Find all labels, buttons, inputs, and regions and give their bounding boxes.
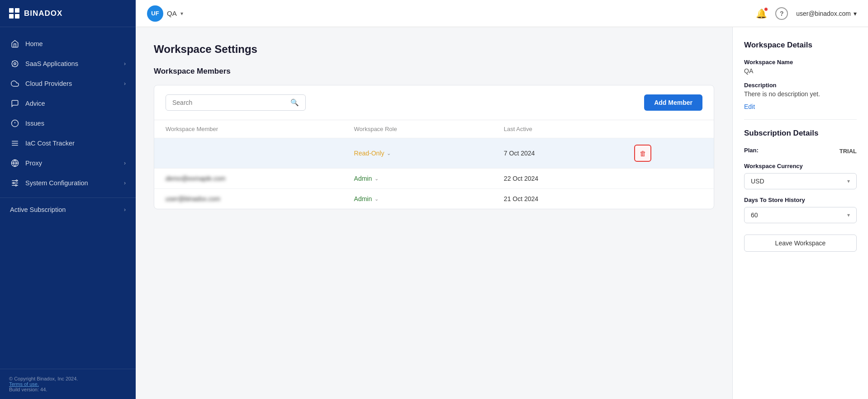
workspace-details-title: Workspace Details bbox=[744, 41, 857, 50]
members-section-title: Workspace Members bbox=[154, 67, 714, 76]
topbar-right: 🔔 ? user@binadox.com ▾ bbox=[756, 7, 857, 20]
col-role: Workspace Role bbox=[343, 120, 493, 138]
member-role[interactable]: Admin⌄ bbox=[343, 189, 493, 209]
workspace-name-value: QA bbox=[744, 67, 857, 75]
svg-point-13 bbox=[16, 180, 17, 181]
role-chevron-icon: ⌄ bbox=[375, 196, 379, 202]
sidebar-item-proxy-label: Proxy bbox=[25, 160, 42, 167]
role-badge-readonly: Read-Only bbox=[354, 150, 384, 157]
history-dropdown[interactable]: 60 ▾ bbox=[744, 207, 857, 223]
member-role[interactable]: Admin⌄ bbox=[343, 169, 493, 189]
right-panel: Workspace Details Workspace Name QA Desc… bbox=[732, 27, 868, 399]
sidebar-item-saas[interactable]: SaaS Applications › bbox=[0, 54, 136, 74]
help-button[interactable]: ? bbox=[775, 7, 788, 20]
history-value: 60 bbox=[751, 211, 758, 219]
member-last-active: 21 Oct 2024 bbox=[493, 189, 623, 209]
currency-dropdown[interactable]: USD ▾ bbox=[744, 173, 857, 189]
members-card: 🔍 Add Member Workspace Member Workspace … bbox=[154, 85, 714, 209]
sidebar: BINADOX Home SaaS Applications › bbox=[0, 0, 136, 399]
add-member-button[interactable]: Add Member bbox=[644, 94, 702, 111]
svg-point-15 bbox=[15, 185, 17, 186]
plan-row: Plan: TRIAL bbox=[744, 147, 857, 155]
workspace-selector[interactable]: UF QA ▾ bbox=[147, 5, 183, 22]
members-tbody: Read-Only⌄7 Oct 2024🗑demo@exmaple.comAdm… bbox=[154, 138, 714, 209]
sidebar-item-iac[interactable]: IaC Cost Tracker bbox=[0, 133, 136, 153]
role-chevron-icon: ⌄ bbox=[375, 176, 379, 182]
table-row: demo@exmaple.comAdmin⌄22 Oct 2024 bbox=[154, 169, 714, 189]
member-role[interactable]: Read-Only⌄ bbox=[343, 138, 493, 169]
user-email: user@binadox.com bbox=[796, 10, 851, 17]
issues-icon bbox=[10, 119, 20, 127]
delete-member-button[interactable]: 🗑 bbox=[634, 145, 651, 162]
role-chevron-icon: ⌄ bbox=[387, 150, 391, 156]
currency-title: Workspace Currency bbox=[744, 163, 857, 169]
topbar: UF QA ▾ 🔔 ? user@binadox.com ▾ bbox=[136, 0, 868, 27]
sidebar-item-sysconfig-label: System Configuration bbox=[25, 179, 88, 187]
subscription-details-title: Subscription Details bbox=[744, 129, 857, 138]
currency-value: USD bbox=[751, 178, 764, 185]
build-version: Build version: 44. bbox=[9, 387, 127, 392]
col-member: Workspace Member bbox=[154, 120, 343, 138]
table-header-row: Workspace Member Workspace Role Last Act… bbox=[154, 120, 714, 138]
plan-value: TRIAL bbox=[840, 148, 857, 155]
terms-link[interactable]: Terms of use. bbox=[9, 381, 39, 387]
home-icon bbox=[10, 40, 20, 48]
sidebar-item-cloud-label: Cloud Providers bbox=[25, 80, 72, 87]
sidebar-footer: © Copyright Binadox, Inc 2024. Terms of … bbox=[0, 369, 136, 399]
main-content: Workspace Settings Workspace Members 🔍 A… bbox=[136, 27, 732, 399]
table-row: Read-Only⌄7 Oct 2024🗑 bbox=[154, 138, 714, 169]
sidebar-nav: Home SaaS Applications › Cloud Providers… bbox=[0, 27, 136, 369]
sysconfig-icon bbox=[10, 179, 20, 187]
notification-button[interactable]: 🔔 bbox=[756, 8, 767, 19]
cloud-icon bbox=[10, 80, 20, 88]
iac-icon bbox=[10, 139, 20, 147]
plan-label: Plan: bbox=[744, 147, 759, 154]
svg-point-0 bbox=[14, 63, 16, 65]
user-menu-chevron-icon: ▾ bbox=[854, 10, 857, 17]
search-input-wrap[interactable]: 🔍 bbox=[166, 94, 306, 111]
edit-link[interactable]: Edit bbox=[744, 103, 857, 110]
saas-icon bbox=[10, 60, 20, 68]
col-active: Last Active bbox=[493, 120, 623, 138]
history-title: Days To Store History bbox=[744, 197, 857, 203]
dropdown-chevron-icon: ▾ bbox=[847, 178, 850, 184]
sidebar-item-home[interactable]: Home bbox=[0, 34, 136, 54]
member-email bbox=[154, 138, 343, 169]
search-icon: 🔍 bbox=[290, 99, 299, 107]
description-label: Description bbox=[744, 82, 857, 89]
sidebar-item-issues[interactable]: Issues bbox=[0, 113, 136, 133]
sidebar-item-issues-label: Issues bbox=[25, 120, 44, 127]
sidebar-item-subscription[interactable]: Active Subscription › bbox=[0, 197, 136, 219]
sidebar-logo: BINADOX bbox=[0, 0, 136, 27]
sidebar-item-subscription-label: Active Subscription bbox=[10, 206, 66, 213]
svg-point-14 bbox=[13, 183, 14, 184]
sidebar-item-saas-label: SaaS Applications bbox=[25, 60, 78, 67]
sidebar-item-advice[interactable]: Advice bbox=[0, 94, 136, 113]
main-container: UF QA ▾ 🔔 ? user@binadox.com ▾ Workspace… bbox=[136, 0, 868, 399]
sidebar-item-proxy[interactable]: Proxy › bbox=[0, 153, 136, 173]
search-input[interactable] bbox=[172, 99, 288, 106]
chevron-right-icon: › bbox=[124, 207, 126, 213]
member-last-active: 22 Oct 2024 bbox=[493, 169, 623, 189]
col-actions bbox=[623, 120, 714, 138]
sidebar-item-cloud[interactable]: Cloud Providers › bbox=[0, 74, 136, 94]
proxy-icon bbox=[10, 159, 20, 167]
logo-text: BINADOX bbox=[24, 9, 62, 18]
description-value: There is no description yet. bbox=[744, 90, 857, 98]
sidebar-item-sysconfig[interactable]: System Configuration › bbox=[0, 173, 136, 193]
trash-icon: 🗑 bbox=[640, 150, 646, 157]
sidebar-item-iac-label: IaC Cost Tracker bbox=[25, 140, 75, 147]
advice-icon bbox=[10, 99, 20, 108]
member-email: demo@exmaple.com bbox=[154, 169, 343, 189]
workspace-avatar: UF bbox=[147, 5, 163, 22]
user-menu[interactable]: user@binadox.com ▾ bbox=[796, 10, 857, 17]
chevron-right-icon: › bbox=[124, 180, 126, 186]
divider bbox=[744, 119, 857, 120]
member-action bbox=[623, 189, 714, 209]
leave-workspace-button[interactable]: Leave Workspace bbox=[744, 235, 857, 252]
sidebar-item-home-label: Home bbox=[25, 40, 43, 47]
members-table: Workspace Member Workspace Role Last Act… bbox=[154, 120, 714, 209]
page-title: Workspace Settings bbox=[154, 43, 714, 56]
copyright-text: © Copyright Binadox, Inc 2024. bbox=[9, 376, 127, 381]
workspace-name: QA bbox=[167, 9, 177, 17]
